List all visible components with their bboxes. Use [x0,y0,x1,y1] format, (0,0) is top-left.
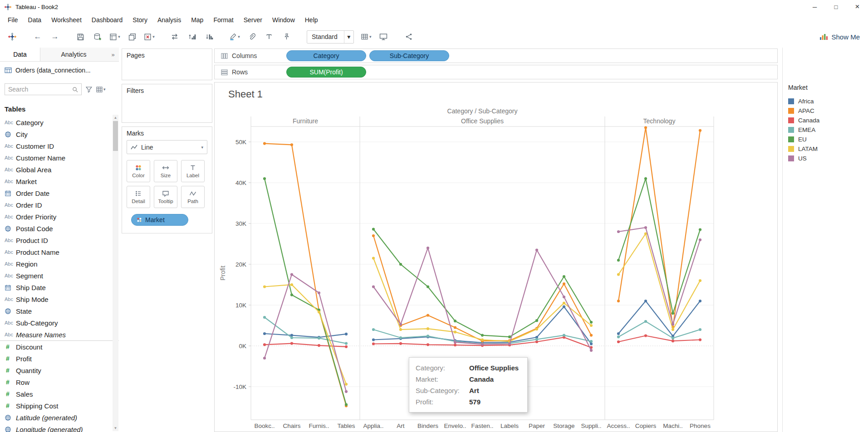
mark-latam[interactable] [535,328,538,330]
mark-canada[interactable] [372,342,375,345]
mark-africa[interactable] [263,332,266,335]
mark-latam[interactable] [318,311,320,313]
path-button[interactable]: Path [181,186,205,208]
pill-category[interactable]: Category [286,50,366,61]
mark-us[interactable] [263,357,266,359]
field-product-id[interactable]: AbcProduct ID [0,234,119,246]
redo-button[interactable]: → [47,29,63,44]
pane-menu-icon[interactable]: » [107,48,119,61]
mark-canada[interactable] [672,340,674,342]
field-shipping-cost[interactable]: #Shipping Cost [0,400,119,412]
mark-latam[interactable] [427,327,429,330]
mark-eu[interactable] [345,403,348,406]
cell-size-button[interactable]: ▾ [358,29,374,44]
mark-eu[interactable] [563,275,565,278]
field-row[interactable]: #Row [0,376,119,388]
group-members-button[interactable] [244,29,260,44]
mark-apac[interactable] [699,129,701,132]
mark-us[interactable] [290,273,293,276]
field-region[interactable]: AbcRegion [0,258,119,270]
menu-window[interactable]: Window [267,14,300,26]
legend-item-emea[interactable]: EMEA [787,125,864,135]
mark-emea[interactable] [345,342,348,345]
field-sub-category[interactable]: AbcSub-Category [0,317,119,329]
mark-canada[interactable] [617,340,620,343]
field-profit[interactable]: #Profit [0,353,119,364]
mark-apac[interactable] [372,234,375,237]
mark-emea[interactable] [263,316,266,319]
mark-canada[interactable] [399,342,402,345]
tooltip-button[interactable]: Tooltip [154,186,177,208]
minimize-button[interactable]: ─ [804,0,825,14]
data-source-item[interactable]: Orders (data_connection... [0,64,119,77]
mark-us[interactable] [318,291,320,294]
mark-eu[interactable] [508,335,511,338]
series-line-latam[interactable] [373,258,591,342]
mark-eu[interactable] [617,259,620,262]
size-button[interactable]: Size [154,160,177,182]
mark-africa[interactable] [644,300,647,302]
duplicate-button[interactable] [124,29,140,44]
filter-fields-icon[interactable] [86,87,92,92]
scroll-down-icon[interactable]: ▼ [113,425,118,431]
mark-emea[interactable] [590,340,593,343]
mark-apac[interactable] [590,334,593,337]
mark-emea[interactable] [535,338,538,341]
view-as-icon[interactable]: ▾ [96,87,106,92]
mark-eu[interactable] [290,293,293,296]
mark-us[interactable] [372,285,375,288]
mark-emea[interactable] [644,320,647,323]
menu-server[interactable]: Server [239,14,267,26]
share-button[interactable] [401,29,417,44]
field-sales[interactable]: #Sales [0,388,119,400]
menu-data[interactable]: Data [23,14,47,26]
mark-canada[interactable] [699,338,701,341]
scrollbar[interactable]: ▲ ▼ [113,115,118,431]
mark-eu[interactable] [427,285,429,288]
mark-latam[interactable] [590,324,593,327]
label-button[interactable]: Label [181,160,205,182]
mark-us[interactable] [672,323,674,325]
field-order-priority[interactable]: AbcOrder Priority [0,211,119,223]
menu-format[interactable]: Format [208,14,238,26]
mark-eu[interactable] [644,177,647,180]
new-worksheet-button[interactable]: ▾ [107,29,123,44]
field-customer-name[interactable]: AbcCustomer Name [0,152,119,164]
scrollbar-thumb[interactable] [113,121,118,151]
mark-africa[interactable] [590,342,593,345]
field-customer-id[interactable]: AbcCustomer ID [0,140,119,152]
menu-analysis[interactable]: Analysis [152,14,186,26]
mark-emea[interactable] [372,328,375,331]
field-ship-date[interactable]: Ship Date [0,282,119,293]
mark-africa[interactable] [563,306,565,308]
mark-type-dropdown[interactable]: Line ▾ [127,140,207,154]
series-line-africa[interactable] [618,301,700,336]
mark-us[interactable] [590,349,593,352]
field-postal-code[interactable]: Postal Code [0,223,119,234]
field-global-area[interactable]: AbcGlobal Area [0,164,119,175]
mark-apac[interactable] [427,314,429,316]
columns-shelf[interactable]: Columns CategorySub-Category [214,49,778,63]
mark-latam[interactable] [372,257,375,259]
mark-us[interactable] [508,342,511,345]
highlight-button[interactable]: ▾ [227,29,242,44]
field-order-id[interactable]: AbcOrder ID [0,199,119,211]
mark-africa[interactable] [345,333,348,335]
series-line-eu[interactable] [265,179,346,405]
mark-eu[interactable] [454,320,456,322]
mark-latam[interactable] [345,383,348,386]
mark-eu[interactable] [481,334,484,337]
series-line-us[interactable] [265,275,346,392]
field-market[interactable]: AbcMarket [0,175,119,187]
mark-us[interactable] [481,343,484,345]
mark-apac[interactable] [454,326,456,329]
menu-dashboard[interactable]: Dashboard [87,14,128,26]
mark-canada[interactable] [644,334,647,337]
mark-emea[interactable] [563,334,565,337]
mark-latam[interactable] [399,328,402,331]
mark-latam[interactable] [617,273,620,276]
mark-canada[interactable] [454,344,456,346]
pages-shelf[interactable]: Pages [122,49,212,80]
series-line-emea[interactable] [618,321,700,338]
menu-worksheet[interactable]: Worksheet [46,14,87,26]
